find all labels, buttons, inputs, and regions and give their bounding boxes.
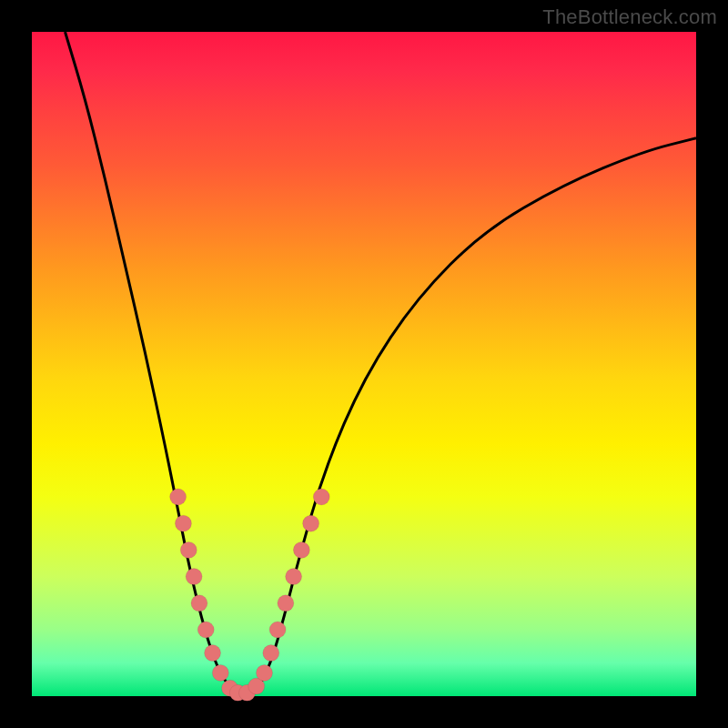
marker-dot xyxy=(170,489,187,505)
marker-dot xyxy=(212,664,228,681)
chart-svg xyxy=(32,32,696,696)
marker-dot xyxy=(257,664,273,681)
marker-dot xyxy=(293,541,309,558)
marker-dot xyxy=(205,645,221,662)
marker-dot xyxy=(186,569,202,585)
marker-dot xyxy=(286,569,302,585)
chart-frame: TheBottleneck.com xyxy=(0,0,728,728)
marker-dot xyxy=(180,541,197,558)
marker-dot xyxy=(303,515,319,531)
marker-dot xyxy=(313,489,329,505)
marker-dot xyxy=(269,622,286,638)
marker-dot xyxy=(191,595,207,612)
plot-area xyxy=(32,32,696,696)
watermark-text: TheBottleneck.com xyxy=(542,5,717,29)
marker-dot xyxy=(197,622,214,638)
marker-dot xyxy=(278,595,294,612)
marker-dots xyxy=(170,489,330,701)
curve-path xyxy=(66,32,697,694)
marker-dot xyxy=(263,645,279,662)
marker-dot xyxy=(175,515,191,531)
bottleneck-curve xyxy=(66,32,697,694)
